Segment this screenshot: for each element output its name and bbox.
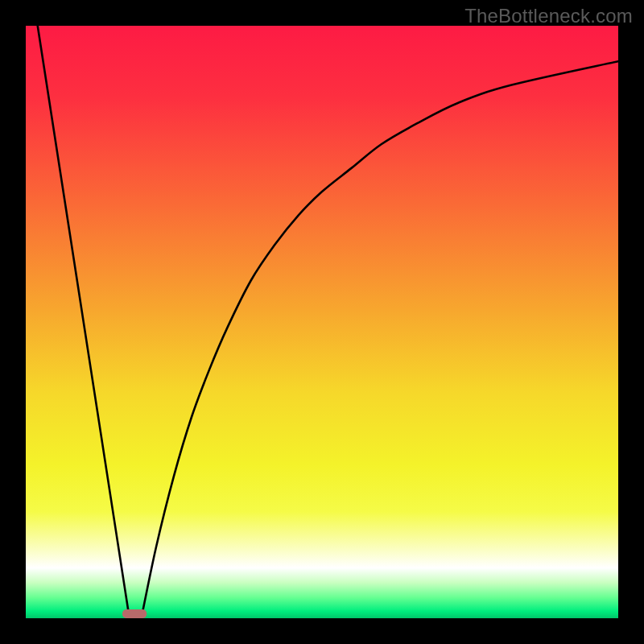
- plot-area: [26, 26, 618, 618]
- chart-svg: [26, 26, 618, 618]
- minimum-marker: [122, 609, 147, 618]
- chart-frame: TheBottleneck.com: [0, 0, 644, 644]
- watermark-text: TheBottleneck.com: [464, 5, 633, 27]
